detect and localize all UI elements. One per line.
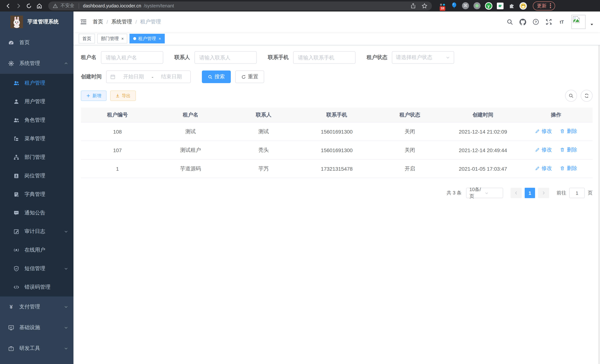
col-status: 租户状态 xyxy=(373,108,446,122)
sidebar-item-payment[interactable]: ¥ 支付管理 xyxy=(0,297,74,317)
omnibox-divider xyxy=(78,3,79,8)
status-select[interactable]: 请选择租户状态 xyxy=(392,51,454,64)
mobile-input[interactable] xyxy=(293,51,356,64)
sidebar-item-label: 部门管理 xyxy=(25,154,68,161)
close-icon[interactable]: × xyxy=(159,36,161,41)
code-icon xyxy=(13,284,19,290)
font-size-icon[interactable]: tT xyxy=(558,19,565,25)
tab-dept[interactable]: 部门管理 × xyxy=(97,34,127,43)
app-logo[interactable]: 芋道管理系统 xyxy=(0,11,74,32)
extension-y-icon[interactable]: y xyxy=(485,2,492,10)
extension-chat-icon[interactable] xyxy=(496,2,504,10)
status-label: 租户状态 xyxy=(367,54,387,61)
reload-icon[interactable] xyxy=(25,1,33,10)
security-warning-icon xyxy=(53,3,58,8)
help-icon[interactable]: ? xyxy=(533,19,539,25)
search-icon[interactable] xyxy=(506,19,513,25)
tab-home[interactable]: 首页 xyxy=(79,34,95,43)
delete-button[interactable]: 删除 xyxy=(560,147,577,153)
edit-label: 修改 xyxy=(542,147,552,153)
sidebar-item-home[interactable]: 首页 xyxy=(0,32,74,53)
tab-label: 部门管理 xyxy=(101,36,119,42)
col-actions: 操作 xyxy=(519,108,593,122)
extension-command-icon[interactable]: ⌘ xyxy=(462,2,469,10)
avatar-caret-icon[interactable] xyxy=(590,22,594,27)
sidebar-item-online-user[interactable]: 在线用户 xyxy=(0,241,74,259)
back-icon[interactable] xyxy=(4,1,13,10)
chevron-down-icon xyxy=(64,229,68,234)
sidebar-item-tenant[interactable]: 租户管理 xyxy=(0,74,74,92)
close-icon[interactable]: × xyxy=(121,36,124,41)
share-icon[interactable] xyxy=(410,3,416,9)
sidebar: 芋道管理系统 首页 系统管理 租户管理 用户管理 xyxy=(0,11,74,364)
page-size-select[interactable]: 10条/页 xyxy=(466,188,503,198)
browser-menu-icon[interactable] xyxy=(550,3,551,8)
sidebar-item-devtools[interactable]: 研发工具 xyxy=(0,338,74,359)
sidebar-item-sms[interactable]: 短信管理 xyxy=(0,259,74,278)
breadcrumb: 首页 / 系统管理 / 租户管理 xyxy=(93,19,161,25)
page-number-current[interactable]: 1 xyxy=(525,188,535,198)
edit-button[interactable]: 修改 xyxy=(535,128,552,135)
breadcrumb-system[interactable]: 系统管理 xyxy=(111,19,132,25)
github-icon[interactable] xyxy=(519,19,526,25)
online-user-icon xyxy=(13,247,19,253)
tenant-name-input[interactable] xyxy=(101,51,163,64)
sidebar-item-menu[interactable]: 菜单管理 xyxy=(0,130,74,148)
tenants-icon xyxy=(13,80,19,86)
sidebar-item-label: 岗位管理 xyxy=(25,173,68,179)
sidebar-item-post[interactable]: 岗位管理 xyxy=(0,167,74,185)
reset-button[interactable]: 重置 xyxy=(235,71,264,83)
add-button[interactable]: 新增 xyxy=(81,91,106,101)
sidebar-item-dict[interactable]: 字典管理 xyxy=(0,185,74,204)
sidebar-item-user[interactable]: 用户管理 xyxy=(0,92,74,111)
sidebar-item-infrastructure[interactable]: 基础设施 xyxy=(0,317,74,338)
fullscreen-icon[interactable] xyxy=(545,19,552,25)
forward-icon[interactable] xyxy=(14,1,23,10)
browser-scrollbar[interactable] xyxy=(598,11,600,364)
extension-puzzle-icon[interactable] xyxy=(508,2,516,10)
end-date-placeholder: 结束日期 xyxy=(156,74,187,80)
sidebar-item-notice[interactable]: 通知公告 xyxy=(0,204,74,222)
breadcrumb-home[interactable]: 首页 xyxy=(93,19,103,25)
delete-label: 删除 xyxy=(567,165,577,172)
edit-label: 修改 xyxy=(542,165,552,172)
next-page-button[interactable] xyxy=(538,188,549,198)
browser-update-button[interactable]: 更新 xyxy=(533,1,555,10)
audit-log-icon xyxy=(13,229,19,234)
home-icon[interactable] xyxy=(35,1,44,10)
avatar[interactable] xyxy=(572,15,586,29)
contact-input[interactable] xyxy=(194,51,257,64)
extension-badge: 10 xyxy=(440,6,445,11)
sidebar-item-label: 支付管理 xyxy=(19,304,59,310)
sidebar-collapse-icon[interactable] xyxy=(79,18,88,26)
delete-button[interactable]: 删除 xyxy=(560,128,577,135)
create-time-label: 创建时间 xyxy=(81,74,102,80)
tab-tenant[interactable]: 租户管理 × xyxy=(130,34,165,43)
address-bar[interactable]: 不安全 dashboard.yudao.iocoder.cn/system/te… xyxy=(48,1,432,10)
sidebar-item-system-management[interactable]: 系统管理 xyxy=(0,53,74,74)
dict-book-icon xyxy=(13,191,19,197)
sidebar-item-dept[interactable]: 部门管理 xyxy=(0,148,74,167)
edit-button[interactable]: 修改 xyxy=(535,165,552,172)
search-button[interactable]: 搜索 xyxy=(202,71,231,83)
edit-button[interactable]: 修改 xyxy=(535,147,552,153)
sidebar-item-audit-log[interactable]: 审计日志 xyxy=(0,222,74,241)
extension-pinned-icon[interactable]: 10 xyxy=(439,2,446,10)
extension-record-icon[interactable] xyxy=(473,2,481,10)
sidebar-item-label: 研发工具 xyxy=(19,345,59,352)
cell-contact: 秃头 xyxy=(227,141,300,159)
date-range-picker[interactable]: 开始日期 - 结束日期 xyxy=(106,71,191,83)
security-label[interactable]: 不安全 xyxy=(60,3,75,9)
refresh-table-button[interactable] xyxy=(581,90,593,102)
delete-button[interactable]: 删除 xyxy=(560,165,577,172)
goto-page-input[interactable] xyxy=(569,188,585,198)
sidebar-item-error-code[interactable]: 错误码管理 xyxy=(0,278,74,297)
sidebar-item-role[interactable]: 角色管理 xyxy=(0,111,74,130)
extension-emoji-icon[interactable] xyxy=(519,2,527,10)
cell-actions: 修改 删除 xyxy=(519,122,593,141)
export-button[interactable]: 导出 xyxy=(110,91,136,101)
bookmark-star-icon[interactable] xyxy=(422,3,427,9)
extension-balloon-icon[interactable] xyxy=(450,2,458,10)
toggle-search-button[interactable] xyxy=(565,90,577,102)
prev-page-button[interactable] xyxy=(511,188,522,198)
